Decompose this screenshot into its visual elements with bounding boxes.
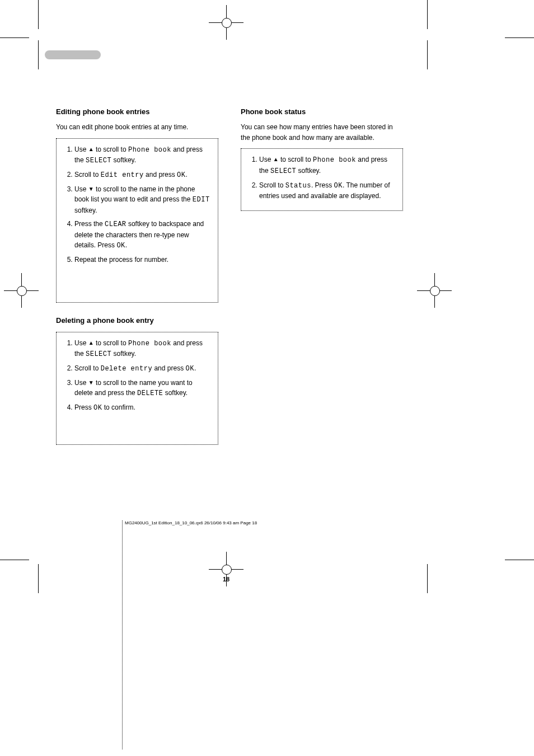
- edit-step-3: Use ▼ to scroll to the name in the phone…: [74, 184, 210, 216]
- edit-steps-box: Use ▲ to scroll to Phone book and press …: [56, 138, 218, 303]
- mono-delete-entry: Delete entry: [101, 365, 152, 373]
- mono-status: Status: [285, 182, 311, 190]
- mono-ok-2: OK: [116, 242, 125, 250]
- edit-step-4: Press the CLEAR softkey to backspace and…: [74, 219, 210, 251]
- del-step-1: Use ▲ to scroll to Phone book and press …: [74, 338, 210, 360]
- up-triangle-icon: ▲: [88, 145, 94, 154]
- del-step-3: Use ▼ to scroll to the name you want to …: [74, 378, 210, 399]
- edit-intro: You can edit phone book entries at any t…: [56, 122, 218, 133]
- heading-status: Phone book status: [241, 106, 403, 118]
- mono-phonebook-2: Phone book: [128, 340, 171, 348]
- footer-filename: MG2400UG_1st Edition_18_10_06.qx6 26/10/…: [122, 520, 257, 749]
- mono-select: SELECT: [86, 157, 111, 165]
- edit-step-5: Repeat the process for number.: [74, 255, 210, 265]
- mono-ok-5: OK: [334, 182, 343, 190]
- mono-edit: EDIT: [193, 196, 210, 204]
- down-triangle-icon: ▼: [88, 185, 94, 194]
- down-triangle-icon-2: ▼: [88, 378, 94, 387]
- mono-phonebook: Phone book: [128, 146, 171, 154]
- mono-delete: DELETE: [137, 389, 163, 397]
- del-step-2: Scroll to Delete entry and press OK.: [74, 363, 210, 374]
- mono-ok-3: OK: [185, 365, 194, 373]
- right-column: Phone book status You can see how many e…: [241, 106, 403, 445]
- mono-clear: CLEAR: [105, 220, 127, 228]
- status-steps-box: Use ▲ to scroll to Phone book and press …: [241, 148, 403, 211]
- del-step-4: Press OK to confirm.: [74, 402, 210, 414]
- mono-select-3: SELECT: [270, 167, 296, 175]
- edit-step-1: Use ▲ to scroll to Phone book and press …: [74, 144, 210, 166]
- up-triangle-icon-2: ▲: [88, 339, 94, 348]
- up-triangle-icon-3: ▲: [273, 155, 279, 164]
- status-step-2: Scroll to Status. Press OK. The number o…: [259, 180, 395, 201]
- left-column: Editing phone book entries You can edit …: [56, 106, 218, 445]
- delete-steps-box: Use ▲ to scroll to Phone book and press …: [56, 332, 218, 445]
- mono-select-2: SELECT: [86, 350, 111, 358]
- heading-edit: Editing phone book entries: [56, 106, 218, 118]
- mono-edit-entry: Edit entry: [101, 171, 144, 179]
- status-step-1: Use ▲ to scroll to Phone book and press …: [259, 154, 395, 176]
- heading-delete: Deleting a phone book entry: [56, 315, 218, 326]
- mono-ok: OK: [177, 171, 185, 179]
- status-intro: You can see how many entries have been s…: [241, 122, 403, 143]
- edit-step-2: Scroll to Edit entry and press OK.: [74, 170, 210, 181]
- mono-phonebook-3: Phone book: [313, 156, 356, 164]
- mono-ok-4: OK: [93, 404, 102, 412]
- page-tab: [45, 50, 101, 59]
